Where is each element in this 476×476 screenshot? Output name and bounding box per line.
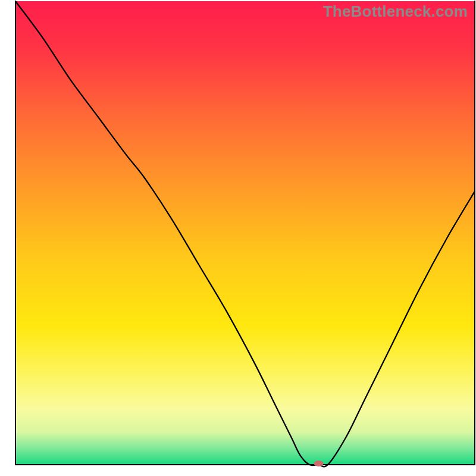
watermark-text: TheBottleneck.com [323,2,468,21]
bottleneck-chart [0,0,476,476]
chart-container: TheBottleneck.com [0,0,476,476]
plot-background [15,1,475,465]
optimal-point-marker [314,461,324,466]
